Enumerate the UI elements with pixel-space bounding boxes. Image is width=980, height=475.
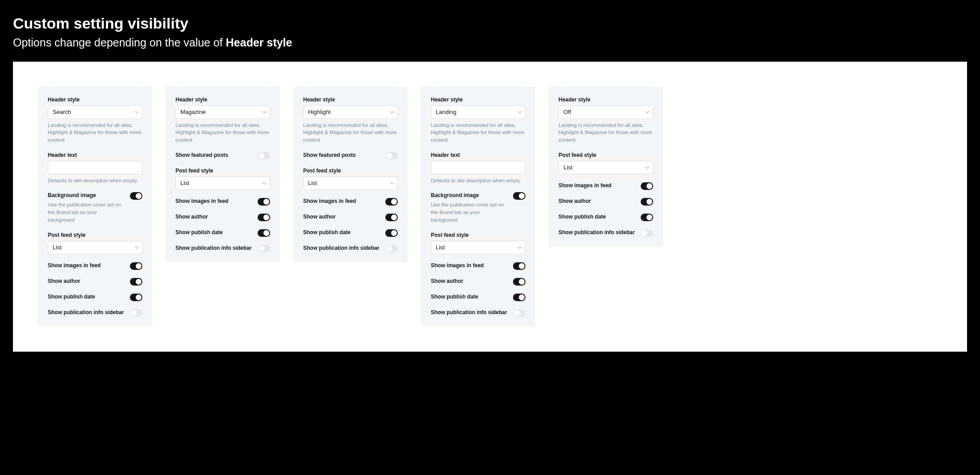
- show-images-label: Show images in feed: [175, 198, 229, 204]
- header-text-label: Header text: [48, 152, 142, 158]
- show-images-label: Show images in feed: [559, 182, 612, 189]
- show-author-label: Show author: [48, 278, 80, 284]
- show-images-toggle[interactable]: [130, 262, 142, 270]
- post-feed-style-label: Post feed style: [303, 168, 398, 174]
- show-publish-date-toggle[interactable]: [258, 229, 270, 237]
- background-image-help: Use the publication cover set on the Bra…: [48, 201, 125, 223]
- post-feed-style-select[interactable]: List: [175, 177, 270, 190]
- show-images-toggle[interactable]: [385, 198, 398, 206]
- header-style-select[interactable]: Off: [559, 105, 653, 119]
- header-style-help: Landing is recommended for all sites, Hi…: [431, 122, 525, 144]
- header-style-label: Header style: [48, 97, 142, 103]
- post-feed-style-label: Post feed style: [48, 232, 142, 238]
- show-publish-date-toggle[interactable]: [385, 229, 398, 237]
- show-author-label: Show author: [303, 214, 336, 220]
- show-images-label: Show images in feed: [303, 198, 356, 204]
- show-author-label: Show author: [559, 198, 591, 204]
- header-text-help: Defaults to site description when empty: [48, 177, 142, 185]
- post-feed-style-label: Post feed style: [559, 152, 653, 158]
- page-subtitle: Options change depending on the value of…: [13, 36, 967, 49]
- header-style-help: Landing is recommended for all sites, Hi…: [303, 122, 398, 144]
- show-publish-date-label: Show publish date: [48, 294, 95, 300]
- show-featured-posts-toggle[interactable]: [258, 152, 270, 160]
- post-feed-style-select[interactable]: List: [303, 177, 398, 190]
- header-style-label: Header style: [175, 97, 270, 103]
- page-header: Custom setting visibility Options change…: [0, 0, 980, 62]
- show-images-label: Show images in feed: [431, 262, 484, 269]
- header-text-input[interactable]: [431, 161, 525, 174]
- header-style-select[interactable]: Highlight: [303, 105, 398, 119]
- show-publish-date-toggle[interactable]: [641, 214, 653, 221]
- background-image-help: Use the publication cover set on the Bra…: [431, 201, 508, 223]
- show-pub-info-sidebar-toggle[interactable]: [385, 245, 398, 252]
- show-publish-date-label: Show publish date: [431, 294, 478, 300]
- header-style-label: Header style: [431, 97, 525, 103]
- settings-panel-off: Header style Off Landing is recommended …: [549, 87, 663, 247]
- show-author-label: Show author: [175, 214, 208, 220]
- header-style-select[interactable]: Magazine: [175, 105, 270, 119]
- settings-panel-landing: Header style Landing Landing is recommen…: [421, 87, 535, 327]
- header-style-help: Landing is recommended for all sites, Hi…: [559, 122, 653, 144]
- settings-panel-search: Header style Search Landing is recommend…: [38, 87, 152, 327]
- content-area: Header style Search Landing is recommend…: [13, 62, 967, 352]
- show-publish-date-toggle[interactable]: [130, 294, 142, 301]
- header-style-help: Landing is recommended for all sites, Hi…: [48, 122, 142, 144]
- background-image-label: Background image: [48, 192, 125, 198]
- background-image-toggle[interactable]: [130, 192, 142, 200]
- header-style-select[interactable]: Search: [48, 105, 142, 119]
- show-featured-posts-toggle[interactable]: [385, 152, 398, 160]
- show-images-toggle[interactable]: [641, 182, 653, 190]
- show-pub-info-sidebar-toggle[interactable]: [513, 309, 525, 317]
- settings-panel-highlight: Header style Highlight Landing is recomm…: [293, 87, 408, 262]
- show-featured-posts-label: Show featured posts: [303, 152, 356, 158]
- show-pub-info-sidebar-label: Show publication info sidebar: [175, 245, 252, 251]
- header-text-input[interactable]: [48, 161, 142, 174]
- show-pub-info-sidebar-toggle[interactable]: [258, 245, 270, 252]
- post-feed-style-select[interactable]: List: [559, 161, 653, 174]
- show-images-toggle[interactable]: [258, 198, 270, 206]
- header-style-label: Header style: [303, 97, 398, 103]
- post-feed-style-label: Post feed style: [431, 232, 525, 238]
- post-feed-style-select[interactable]: List: [431, 241, 525, 254]
- show-publish-date-label: Show publish date: [559, 214, 606, 220]
- background-image-toggle[interactable]: [513, 192, 525, 200]
- settings-panel-magazine: Header style Magazine Landing is recomme…: [166, 87, 280, 262]
- show-author-label: Show author: [431, 278, 463, 284]
- show-pub-info-sidebar-label: Show publication info sidebar: [303, 245, 379, 251]
- header-text-label: Header text: [431, 152, 525, 158]
- background-image-label: Background image: [431, 192, 508, 198]
- header-style-label: Header style: [559, 97, 653, 103]
- show-author-toggle[interactable]: [130, 278, 142, 286]
- show-images-toggle[interactable]: [513, 262, 525, 270]
- post-feed-style-select[interactable]: List: [48, 241, 142, 254]
- header-text-help: Defaults to site description when empty: [431, 177, 525, 185]
- header-style-help: Landing is recommended for all sites, Hi…: [175, 122, 270, 144]
- subtitle-bold: Header style: [226, 36, 292, 49]
- show-images-label: Show images in feed: [48, 262, 101, 269]
- show-publish-date-label: Show publish date: [175, 229, 223, 235]
- show-publish-date-label: Show publish date: [303, 229, 350, 235]
- show-publish-date-toggle[interactable]: [513, 294, 525, 301]
- show-pub-info-sidebar-label: Show publication info sidebar: [48, 309, 124, 315]
- subtitle-prefix: Options change depending on the value of: [13, 36, 226, 49]
- show-author-toggle[interactable]: [385, 214, 398, 221]
- show-author-toggle[interactable]: [513, 278, 525, 286]
- show-featured-posts-label: Show featured posts: [175, 152, 228, 158]
- show-pub-info-sidebar-label: Show publication info sidebar: [431, 309, 507, 315]
- show-pub-info-sidebar-toggle[interactable]: [641, 229, 653, 237]
- page-title: Custom setting visibility: [13, 14, 967, 33]
- show-pub-info-sidebar-label: Show publication info sidebar: [559, 229, 635, 235]
- header-style-select[interactable]: Landing: [431, 105, 525, 119]
- show-pub-info-sidebar-toggle[interactable]: [130, 309, 142, 317]
- show-author-toggle[interactable]: [258, 214, 270, 221]
- post-feed-style-label: Post feed style: [175, 168, 270, 174]
- show-author-toggle[interactable]: [641, 198, 653, 206]
